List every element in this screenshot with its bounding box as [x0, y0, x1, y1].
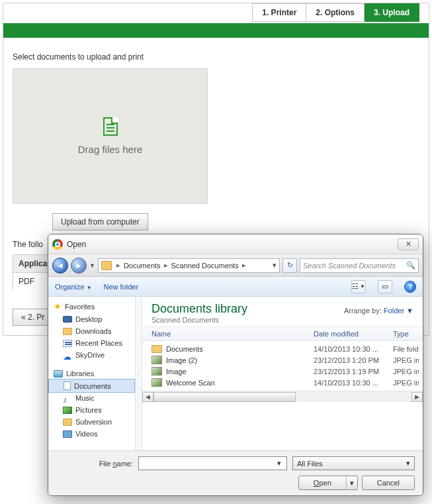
- folder-icon: [151, 345, 162, 353]
- following-text: The follo: [13, 240, 43, 249]
- file-name: Welcome Scan: [166, 379, 215, 387]
- step-tabs: 1. Printer 2. Options 3. Upload: [13, 3, 419, 22]
- splitter-handle[interactable]: ⋮: [136, 297, 142, 450]
- cancel-button[interactable]: Cancel: [362, 476, 415, 490]
- col-name[interactable]: Name: [151, 330, 314, 338]
- header-bar: [3, 23, 429, 38]
- folder-icon: [63, 419, 72, 426]
- breadcrumb[interactable]: ▸ Documents ▸ Scanned Documents ▸ ▾: [98, 258, 280, 273]
- file-row[interactable]: Image (2)23/12/2013 1:20 PMJPEG imag: [142, 354, 423, 366]
- file-row[interactable]: Image23/12/2013 1:19 PMJPEG imag: [142, 366, 423, 377]
- file-type: File folder: [393, 345, 419, 353]
- drop-zone-label: Drag files here: [78, 144, 143, 155]
- tab-upload[interactable]: 3. Upload: [365, 3, 419, 22]
- view-mode-button[interactable]: ☷ ▼: [351, 280, 366, 293]
- star-icon: ★: [54, 301, 62, 311]
- dialog-toolbar: Organize▼ New folder ☷ ▼ ▭ ?: [48, 277, 423, 297]
- new-folder-button[interactable]: New folder: [104, 283, 139, 291]
- pdf-label: PDF: [13, 273, 50, 290]
- desktop-icon: [63, 316, 72, 323]
- library-icon: [101, 261, 112, 270]
- nav-back-button[interactable]: ◄: [52, 258, 68, 274]
- crumb-scanned[interactable]: Scanned Documents: [171, 262, 239, 270]
- chevron-down-icon[interactable]: ▾: [274, 459, 284, 468]
- dialog-title: Open: [67, 240, 86, 249]
- navigation-pane: ★Favorites Desktop Downloads Recent Plac…: [48, 297, 136, 450]
- videos-icon: [63, 430, 72, 438]
- nav-downloads[interactable]: Downloads: [48, 325, 135, 337]
- cloud-icon: ☁: [63, 352, 72, 359]
- libraries-icon: [54, 370, 63, 378]
- search-input[interactable]: Search Scanned Documents 🔍: [300, 258, 419, 273]
- col-date[interactable]: Date modified: [314, 330, 393, 338]
- file-row[interactable]: Documents14/10/2013 10:30 ...File folder: [142, 344, 423, 354]
- file-type: JPEG imag: [393, 356, 419, 364]
- nav-favorites[interactable]: ★Favorites: [48, 299, 135, 313]
- tab-printer[interactable]: 1. Printer: [252, 3, 306, 22]
- nav-documents[interactable]: Documents: [48, 379, 135, 393]
- help-button[interactable]: ?: [404, 281, 416, 293]
- crumb-dropdown-icon[interactable]: ▾: [273, 261, 277, 270]
- file-row[interactable]: Welcome Scan14/10/2013 10:30 ...JPEG ima…: [142, 377, 423, 388]
- file-name: Image: [166, 368, 187, 376]
- file-name-input[interactable]: ▾: [138, 456, 287, 470]
- folder-icon: [63, 328, 72, 335]
- nav-subversion[interactable]: Subversion: [48, 416, 135, 428]
- crumb-documents[interactable]: Documents: [124, 262, 161, 270]
- nav-pictures[interactable]: Pictures: [48, 404, 135, 416]
- pictures-icon: [63, 407, 72, 414]
- search-placeholder: Search Scanned Documents: [303, 262, 396, 270]
- library-subtitle: Scanned Documents: [151, 316, 413, 324]
- document-icon: [103, 117, 118, 136]
- address-bar: ◄ ► ▼ ▸ Documents ▸ Scanned Documents ▸ …: [48, 254, 423, 277]
- file-name: Documents: [166, 345, 203, 353]
- recent-icon: [63, 340, 72, 347]
- music-icon: ♪: [63, 395, 72, 402]
- file-name-label: File name:: [56, 460, 133, 468]
- nav-skydrive[interactable]: ☁SkyDrive: [48, 349, 135, 361]
- search-icon: 🔍: [406, 261, 415, 270]
- nav-desktop[interactable]: Desktop: [48, 313, 135, 325]
- arrange-by[interactable]: Arrange by: Folder ▼: [344, 307, 413, 315]
- chevron-down-icon[interactable]: ▾: [406, 459, 410, 468]
- horizontal-scrollbar[interactable]: ◄ ►: [142, 391, 423, 402]
- nav-libraries[interactable]: Libraries: [48, 368, 135, 379]
- organize-menu[interactable]: Organize▼: [55, 283, 92, 291]
- upload-from-computer-button[interactable]: Upload from computer: [52, 213, 148, 230]
- nav-videos[interactable]: Videos: [48, 428, 135, 440]
- open-file-dialog: Open ✕ ◄ ► ▼ ▸ Documents ▸ Scanned Docum…: [48, 234, 423, 496]
- open-button[interactable]: Open ▾: [298, 476, 358, 490]
- upload-prompt: Select documents to upload and print: [13, 52, 419, 62]
- nav-music[interactable]: ♪Music: [48, 392, 135, 404]
- document-icon: [64, 381, 71, 390]
- scroll-right-icon[interactable]: ►: [411, 392, 423, 402]
- file-date: 14/10/2013 10:30 ...: [314, 379, 393, 387]
- drop-zone[interactable]: Drag files here: [13, 68, 208, 204]
- file-type: JPEG imag: [393, 368, 419, 376]
- preview-pane-button[interactable]: ▭: [378, 280, 392, 293]
- file-list: Documents14/10/2013 10:30 ...File folder…: [142, 341, 423, 391]
- file-date: 14/10/2013 10:30 ...: [314, 345, 393, 353]
- file-date: 23/12/2013 1:19 PM: [314, 368, 393, 376]
- col-type[interactable]: Type: [393, 330, 419, 338]
- nav-recent[interactable]: Recent Places: [48, 337, 135, 349]
- file-filter-select[interactable]: All Files▾: [292, 456, 415, 470]
- file-date: 23/12/2013 1:20 PM: [314, 356, 393, 364]
- image-icon: [151, 367, 162, 376]
- scroll-left-icon[interactable]: ◄: [142, 392, 153, 402]
- image-icon: [151, 356, 162, 364]
- application-column-header: Applica: [13, 254, 50, 273]
- refresh-button[interactable]: ↻: [282, 258, 297, 273]
- close-button[interactable]: ✕: [398, 238, 419, 250]
- file-type: JPEG imag: [393, 379, 419, 387]
- file-name: Image (2): [166, 356, 197, 364]
- nav-forward-button[interactable]: ►: [71, 258, 87, 274]
- open-split-dropdown[interactable]: ▾: [347, 476, 357, 489]
- dialog-titlebar: Open ✕: [48, 234, 423, 254]
- chrome-icon: [52, 239, 63, 250]
- tab-options[interactable]: 2. Options: [306, 3, 365, 22]
- column-headers[interactable]: Name Date modified Type: [142, 327, 423, 341]
- image-icon: [151, 378, 162, 387]
